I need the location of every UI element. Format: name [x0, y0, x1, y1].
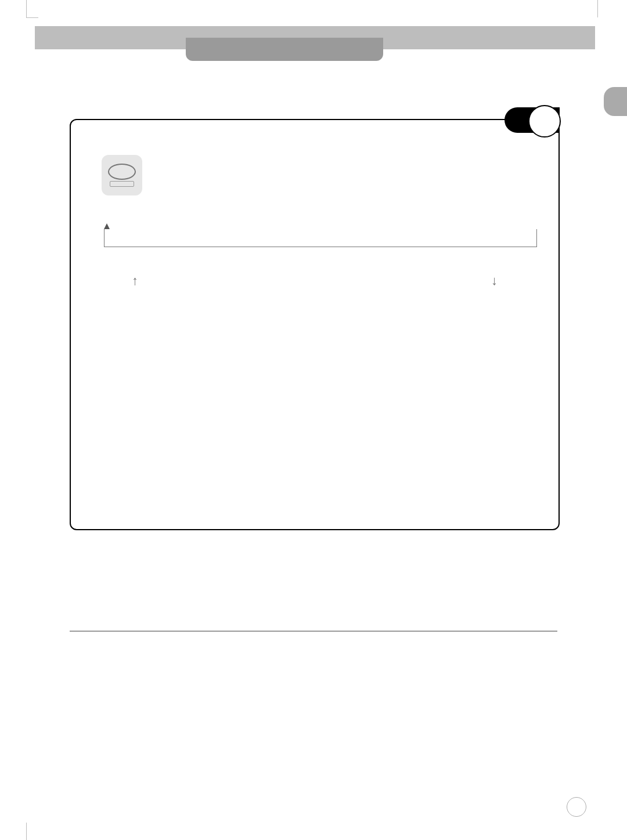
subsection-header [70, 612, 557, 632]
instruction-row [91, 155, 538, 195]
language-badge [604, 87, 627, 116]
chapter-tab [186, 38, 383, 61]
cycle-return-arrow [104, 229, 537, 247]
button-base-icon [110, 181, 134, 187]
arrow-up-icon: ↑ [132, 273, 138, 288]
crop-mark [597, 0, 598, 17]
page-number [567, 797, 586, 817]
diagram: ↑ ↓ [91, 265, 538, 297]
crop-mark [26, 0, 38, 18]
zoom-remote-button [102, 155, 142, 195]
arrow-down-icon: ↓ [491, 273, 498, 288]
zoom-button-icon [108, 164, 136, 180]
section-frame: ↑ ↓ [70, 119, 560, 530]
crop-mark [26, 823, 27, 840]
